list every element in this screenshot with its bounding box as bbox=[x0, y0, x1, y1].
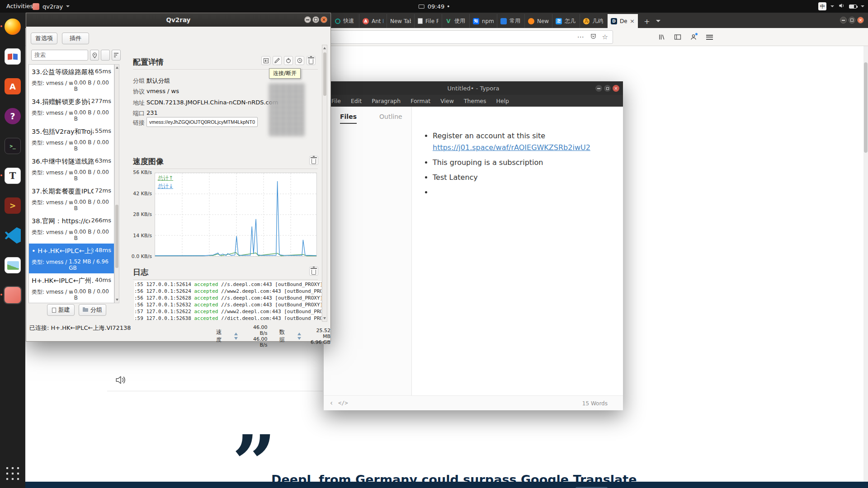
list-item[interactable]: Test Latency bbox=[433, 172, 604, 183]
browser-tab[interactable]: File F bbox=[414, 14, 442, 28]
dock-item-qv2ray[interactable] bbox=[4, 286, 22, 304]
server-item[interactable]: 38.官网：https://cc.266ms类型: vmess / ws0.00… bbox=[29, 214, 114, 244]
url-bar[interactable]: ⋯ ☆ bbox=[323, 30, 613, 44]
tab-outline[interactable]: Outline bbox=[379, 113, 402, 124]
location-pin-button[interactable] bbox=[90, 50, 99, 61]
sort-button[interactable] bbox=[112, 50, 121, 61]
firefox-close-button[interactable]: × bbox=[857, 17, 864, 23]
chevron-down-icon[interactable] bbox=[861, 5, 864, 7]
browser-tab[interactable]: 常用 bbox=[497, 14, 524, 28]
account-icon[interactable] bbox=[689, 32, 698, 42]
blank-button[interactable] bbox=[101, 50, 110, 61]
chevron-down-icon[interactable] bbox=[830, 5, 834, 7]
qv2ray-minimize-button[interactable] bbox=[304, 16, 311, 23]
list-item[interactable]: Register an account at this sitehttps://… bbox=[433, 130, 604, 154]
subscription-link[interactable]: https://j01.space/waf/rAOIEGWKZSRb2iwU2 bbox=[433, 143, 590, 152]
dock-item-ubuntu-software[interactable]: A bbox=[4, 77, 22, 95]
typora-close-button[interactable]: × bbox=[613, 85, 619, 92]
browser-tab[interactable]: 知npm bbox=[469, 14, 497, 28]
pin-icon bbox=[92, 52, 97, 58]
group-button[interactable]: 分组 bbox=[79, 304, 106, 316]
panel-scrollbar[interactable] bbox=[322, 45, 327, 322]
tab-close-icon[interactable]: × bbox=[630, 18, 635, 24]
dock-item-image-viewer[interactable] bbox=[4, 256, 22, 274]
browser-tab[interactable]: New Tab bbox=[387, 14, 414, 28]
typora-editor[interactable]: Register an account at this sitehttps://… bbox=[412, 107, 623, 395]
new-tab-button[interactable]: + bbox=[642, 16, 652, 26]
input-method-icon[interactable]: 中 bbox=[818, 2, 826, 10]
typora-minimize-button[interactable] bbox=[595, 85, 602, 92]
battery-icon[interactable] bbox=[849, 5, 857, 9]
sidebar-collapse-icon[interactable]: ‹ bbox=[327, 399, 335, 407]
menu-edit[interactable]: Edit bbox=[346, 98, 367, 104]
legend-total-up[interactable]: 总计↑ bbox=[158, 174, 173, 182]
browser-tab[interactable]: New bbox=[524, 14, 552, 28]
qr-code-button[interactable] bbox=[261, 56, 270, 65]
list-all-tabs-icon[interactable] bbox=[656, 20, 660, 22]
firefox-minimize-button[interactable] bbox=[840, 17, 847, 23]
server-item[interactable]: 37.长期套餐覆盖IPLC72ms类型: vmess / ws0.00 B / … bbox=[29, 184, 114, 214]
plugins-button[interactable]: 插件 bbox=[62, 33, 89, 44]
tab-files[interactable]: Files bbox=[340, 113, 357, 124]
qv2ray-close-button[interactable]: × bbox=[321, 16, 327, 23]
page-scrollbar[interactable] bbox=[863, 46, 868, 488]
menu-themes[interactable]: Themes bbox=[459, 98, 491, 104]
dock-item-red-arrow-app[interactable]: > bbox=[4, 197, 22, 215]
server-item[interactable]: • H+.HK←IPLC←上海48ms类型: vmess / w1.52 MB … bbox=[29, 244, 114, 273]
delete-button[interactable] bbox=[307, 56, 316, 65]
search-input[interactable] bbox=[31, 50, 88, 61]
edit-button[interactable] bbox=[273, 56, 282, 65]
share-link-input[interactable] bbox=[146, 117, 258, 127]
preferences-button[interactable]: 首选项 bbox=[31, 33, 57, 44]
firefox-menu-icon[interactable] bbox=[704, 32, 714, 42]
page-actions-icon[interactable]: ⋯ bbox=[577, 33, 585, 41]
server-list[interactable]: 33.公益等级線路嚴格65ms类型: vmess / ws0.00 B / 0.… bbox=[28, 64, 114, 303]
qv2ray-maximize-button[interactable] bbox=[312, 16, 319, 23]
browser-tab[interactable]: 几几鸡 bbox=[580, 14, 607, 28]
browser-tab[interactable]: AAnt D bbox=[359, 14, 387, 28]
latency-test-button[interactable] bbox=[295, 56, 304, 65]
dock-item-typora[interactable]: T bbox=[4, 167, 22, 185]
library-icon[interactable] bbox=[657, 32, 667, 42]
list-item[interactable]: This grouping is a subscription bbox=[433, 157, 604, 169]
server-item[interactable]: 34.捐赠解锁更多协议277ms类型: vmess / ws0.00 B / 0… bbox=[29, 94, 114, 124]
menu-format[interactable]: Format bbox=[406, 98, 435, 104]
browser-tab[interactable]: 怎怎几 bbox=[552, 14, 580, 28]
legend-total-down[interactable]: 总计↓ bbox=[158, 183, 173, 190]
server-item[interactable]: 33.公益等级線路嚴格65ms类型: vmess / ws0.00 B / 0.… bbox=[29, 65, 114, 94]
dock-item-help[interactable]: ? bbox=[4, 107, 22, 125]
clear-graph-button[interactable] bbox=[309, 156, 318, 165]
firefox-maximize-button[interactable] bbox=[849, 17, 855, 23]
server-list-scrollbar[interactable] bbox=[114, 64, 119, 303]
browser-tab[interactable]: V使用 bbox=[442, 14, 469, 28]
qv2ray-titlebar[interactable]: Qv2ray × bbox=[26, 13, 330, 27]
menu-paragraph[interactable]: Paragraph bbox=[367, 98, 406, 104]
dock-item-vscode[interactable] bbox=[4, 226, 22, 244]
server-item[interactable]: 36.中继中转隧道线路63ms类型: vmess / ws0.00 B / 0.… bbox=[29, 154, 114, 184]
dock-item-archive-app[interactable] bbox=[4, 47, 22, 66]
app-menu[interactable]: qv2ray bbox=[33, 0, 70, 13]
server-item[interactable]: H+.HK←IPLC←广州.V40ms类型: vmess / ws0.00 B … bbox=[29, 273, 114, 303]
browser-tab-active-deepl[interactable]: D De × bbox=[607, 14, 638, 28]
connect-toggle-button[interactable] bbox=[284, 56, 293, 65]
menu-view[interactable]: View bbox=[435, 98, 459, 104]
source-mode-icon[interactable]: </> bbox=[338, 400, 348, 406]
dock-item-terminal[interactable]: >_ bbox=[4, 137, 22, 155]
browser-tab[interactable]: 快速 bbox=[331, 14, 359, 28]
clear-log-button[interactable] bbox=[309, 267, 318, 276]
menu-help[interactable]: Help bbox=[491, 98, 514, 104]
pocket-icon[interactable] bbox=[590, 33, 597, 42]
listen-speaker-icon[interactable] bbox=[115, 375, 126, 387]
bookmark-star-icon[interactable]: ☆ bbox=[602, 33, 608, 41]
show-applications-icon[interactable] bbox=[5, 465, 21, 482]
clock[interactable]: 09:49 bbox=[419, 0, 449, 13]
dock-item-firefox[interactable] bbox=[4, 18, 22, 36]
log-output[interactable]: :55 127.0.0.1:52614 accepted //s.deepl.c… bbox=[134, 281, 321, 320]
server-item[interactable]: 35.包括V2ray和Troja55ms类型: vmess / ws0.00 B… bbox=[29, 124, 114, 154]
new-server-button[interactable]: 新建 bbox=[47, 304, 75, 316]
volume-icon[interactable] bbox=[838, 3, 845, 10]
typora-maximize-button[interactable] bbox=[604, 85, 611, 92]
typora-titlebar[interactable]: Untitled• - Typora × bbox=[324, 81, 623, 95]
sidebar-icon[interactable] bbox=[673, 32, 683, 42]
list-item[interactable] bbox=[433, 187, 604, 198]
